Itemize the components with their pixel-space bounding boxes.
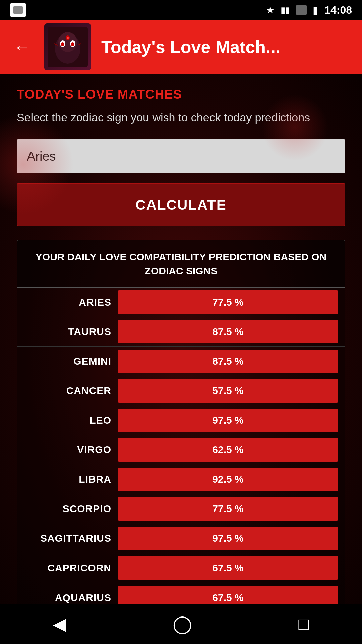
nav-bar: ◀ ◯ □ bbox=[0, 604, 362, 644]
subtitle: Select the zodiac sign you wish to check… bbox=[17, 110, 345, 126]
calculate-button[interactable]: CALCULATE bbox=[17, 183, 345, 226]
sign-label: VIRGO bbox=[24, 444, 118, 455]
recents-nav-button[interactable]: □ bbox=[288, 610, 319, 637]
table-row: CAPRICORN67.5 % bbox=[17, 553, 345, 583]
percent-value: 97.5 % bbox=[118, 409, 338, 432]
svg-point-6 bbox=[71, 42, 74, 46]
percent-value: 77.5 % bbox=[118, 497, 338, 521]
results-list: ARIES77.5 %TAURUS87.5 %GEMINI87.5 %CANCE… bbox=[17, 288, 345, 612]
sign-label: LEO bbox=[24, 415, 118, 426]
header-title: Today's Love Match... bbox=[101, 37, 280, 57]
status-time: 14:08 bbox=[324, 4, 352, 16]
sign-label: CAPRICORN bbox=[24, 562, 118, 574]
svg-point-5 bbox=[61, 42, 64, 46]
zodiac-select[interactable]: Aries Taurus Gemini Cancer Leo Virgo Lib… bbox=[17, 139, 345, 173]
sign-label: CANCER bbox=[24, 385, 118, 396]
percent-value: 87.5 % bbox=[118, 320, 338, 343]
photo-icon bbox=[10, 3, 26, 17]
percent-value: 87.5 % bbox=[118, 350, 338, 373]
percent-value: 77.5 % bbox=[118, 290, 338, 314]
sign-label: GEMINI bbox=[24, 356, 118, 367]
section-title: TODAY'S LOVE MATCHES bbox=[17, 87, 345, 102]
bluetooth-icon: ★ bbox=[266, 5, 275, 16]
vibrate-icon: ▮▮ bbox=[281, 5, 290, 15]
results-header: YOUR DAILY LOVE COMPATIBILITY PREDICTION… bbox=[17, 240, 345, 288]
zodiac-dropdown-container[interactable]: Aries Taurus Gemini Cancer Leo Virgo Lib… bbox=[17, 139, 345, 173]
percent-value: 97.5 % bbox=[118, 527, 338, 550]
logo-image bbox=[48, 27, 88, 67]
back-button[interactable]: ← bbox=[10, 34, 34, 60]
back-nav-button[interactable]: ◀ bbox=[43, 610, 76, 637]
table-row: LEO97.5 % bbox=[17, 406, 345, 435]
table-row: SAGITTARIUS97.5 % bbox=[17, 524, 345, 553]
table-row: CANCER57.5 % bbox=[17, 376, 345, 406]
main-content: TODAY'S LOVE MATCHES Select the zodiac s… bbox=[0, 74, 362, 627]
table-row: ARIES77.5 % bbox=[17, 288, 345, 317]
sign-label: TAURUS bbox=[24, 326, 118, 337]
sign-label: SCORPIO bbox=[24, 503, 118, 515]
table-row: GEMINI87.5 % bbox=[17, 347, 345, 376]
percent-value: 57.5 % bbox=[118, 379, 338, 402]
app-logo bbox=[44, 23, 91, 70]
app-header: ← Today's Love Match... bbox=[0, 20, 362, 74]
table-row: SCORPIO77.5 % bbox=[17, 494, 345, 524]
sign-label: SAGITTARIUS bbox=[24, 533, 118, 544]
sim-icon bbox=[296, 5, 307, 15]
battery-icon: ▮ bbox=[313, 4, 318, 16]
sign-label: LIBRA bbox=[24, 474, 118, 485]
table-row: TAURUS87.5 % bbox=[17, 317, 345, 347]
home-nav-button[interactable]: ◯ bbox=[163, 610, 202, 637]
sign-label: AQUARIUS bbox=[24, 592, 118, 603]
table-row: VIRGO62.5 % bbox=[17, 435, 345, 465]
table-row: LIBRA92.5 % bbox=[17, 465, 345, 494]
results-container: YOUR DAILY LOVE COMPATIBILITY PREDICTION… bbox=[17, 240, 345, 613]
percent-value: 92.5 % bbox=[118, 468, 338, 491]
status-bar: ★ ▮▮ ▮ 14:08 bbox=[0, 0, 362, 20]
status-bar-right: ★ ▮▮ ▮ 14:08 bbox=[266, 4, 352, 16]
sign-label: ARIES bbox=[24, 297, 118, 308]
svg-point-8 bbox=[67, 37, 69, 39]
status-bar-left bbox=[10, 3, 26, 17]
percent-value: 67.5 % bbox=[118, 556, 338, 580]
percent-value: 62.5 % bbox=[118, 438, 338, 462]
